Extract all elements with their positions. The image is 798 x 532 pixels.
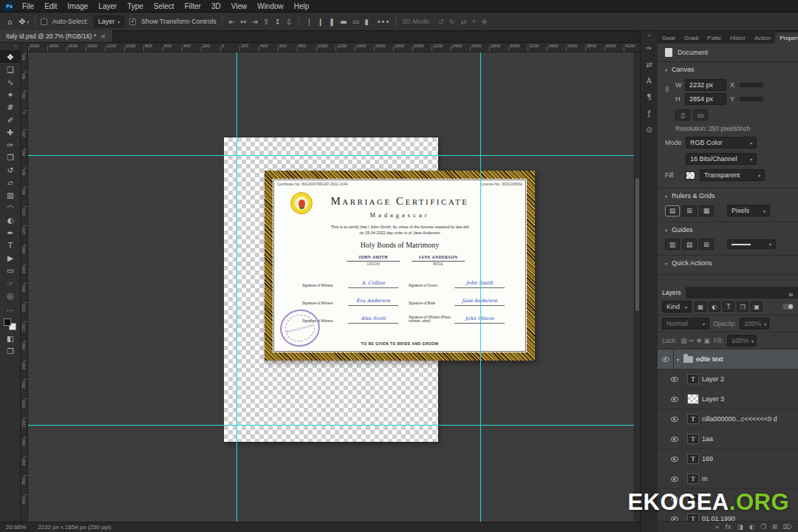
menu-item[interactable]: Select	[149, 2, 180, 10]
dodge-tool[interactable]: ◐	[0, 214, 21, 226]
distribute-center-v-icon[interactable]: ▭	[351, 18, 361, 26]
vertical-ruler[interactable]: 6004002000200400600800100012001400160018…	[21, 52, 28, 522]
document-tab[interactable]: Italy id.psd @ 20.7% (RGB/16) * ×	[0, 30, 113, 42]
filter-kind-dropdown[interactable]: Kind ▾	[662, 301, 692, 313]
edit-toolbar-icon[interactable]: …	[0, 301, 21, 314]
guide-horizontal[interactable]	[28, 155, 640, 156]
layer-row[interactable]: ▾ T Layer 3	[658, 389, 798, 409]
vertical-scrollbar[interactable]	[634, 52, 640, 522]
type-tool[interactable]: T	[0, 239, 21, 251]
brush-settings-panel-icon[interactable]: ✑	[641, 40, 658, 56]
quick-actions-header[interactable]: ▾ Quick Actions	[658, 256, 798, 270]
color-swatches[interactable]	[4, 318, 16, 330]
rectangle-tool[interactable]: ▭	[0, 264, 21, 276]
zoom-tool[interactable]: ◎	[0, 289, 21, 301]
panel-tab[interactable]: Action	[750, 33, 775, 44]
scrollbar-thumb[interactable]	[635, 178, 639, 311]
menu-item[interactable]: View	[226, 2, 253, 10]
clear-guides-icon[interactable]: ⊞	[699, 239, 714, 250]
foreground-color-swatch[interactable]	[4, 318, 11, 326]
clone-stamp-tool[interactable]: ❐	[0, 151, 21, 163]
lock-all-icon[interactable]: ▣	[704, 337, 710, 344]
align-right-icon[interactable]: ⇥	[250, 18, 259, 26]
more-options-icon[interactable]: •••	[375, 18, 392, 26]
layer-visibility-toggle[interactable]	[666, 469, 683, 488]
hand-tool[interactable]: ☞	[0, 276, 21, 289]
fill-field[interactable]: 100% ▾	[727, 335, 757, 347]
rulers-grids-header[interactable]: ▾ Rulers & Grids	[658, 188, 798, 203]
menu-item[interactable]: Window	[252, 2, 289, 10]
lock-position-icon[interactable]: ✥	[696, 337, 701, 344]
layer-visibility-toggle[interactable]	[666, 429, 683, 449]
distribute-right-icon[interactable]: ❚	[327, 18, 336, 26]
eyedropper-tool[interactable]: ✐	[0, 113, 21, 126]
guide-horizontal[interactable]	[28, 425, 640, 426]
canvas-section-header[interactable]: ▾ Canvas	[658, 62, 798, 77]
zoom-level[interactable]: 20.66%	[6, 524, 26, 531]
screen-mode-icon[interactable]: ❒	[0, 344, 21, 357]
ruler-icon[interactable]: ▤	[665, 205, 680, 216]
auto-select-target-dropdown[interactable]: Layer ▾	[94, 16, 125, 27]
menu-item[interactable]: Layer	[93, 2, 122, 10]
filter-adjustment-layers-icon[interactable]: ◐	[709, 301, 720, 312]
delete-layer-icon[interactable]: ⌦	[783, 523, 792, 531]
libraries-panel-icon[interactable]: ⇄	[641, 56, 658, 72]
height-field[interactable]: 2854 px	[685, 93, 726, 105]
certificate-image[interactable]: Certificate No. WA2004799GAT-2022-1144 L…	[265, 171, 535, 361]
crop-tool[interactable]: #	[0, 100, 21, 113]
adjustment-layer-icon[interactable]: ◐	[749, 523, 754, 531]
menu-item[interactable]: Filter	[180, 2, 206, 10]
panel-tab[interactable]: Gradi	[680, 33, 703, 44]
menu-item[interactable]: Help	[289, 2, 315, 10]
move-tool[interactable]: ✥	[0, 50, 21, 63]
brush-tool[interactable]: ✑	[0, 138, 21, 151]
show-transform-checkbox[interactable]: ✓	[129, 18, 136, 25]
filter-shape-layers-icon[interactable]: ❒	[737, 301, 748, 312]
guide-style-dropdown[interactable]: ▾	[727, 239, 776, 249]
distribute-center-h-icon[interactable]: ❙	[316, 18, 324, 26]
landscape-orientation-icon[interactable]: ▭	[693, 109, 708, 120]
group-expand-icon[interactable]: ▾	[677, 357, 679, 362]
ruler-corner[interactable]	[21, 43, 28, 52]
layer-row[interactable]: ▾ T m	[658, 469, 798, 489]
grid-snap-icon[interactable]: ▦	[699, 205, 714, 216]
pen-tool[interactable]: ✒	[0, 226, 21, 239]
width-field[interactable]: 2232 px	[685, 79, 726, 91]
clone-source-panel-icon[interactable]: ⊙	[641, 121, 658, 137]
panel-tab[interactable]: Patte	[703, 33, 726, 44]
align-center-v-icon[interactable]: ↕	[273, 18, 282, 26]
eraser-tool[interactable]: ▱	[0, 176, 21, 188]
gradient-tool[interactable]: ▥	[0, 188, 21, 201]
layers-tab[interactable]: Layers	[658, 287, 686, 299]
canvas-area[interactable]: Certificate No. WA2004799GAT-2022-1144 L…	[28, 52, 640, 522]
grid-icon[interactable]: ⊞	[682, 205, 697, 216]
menu-item[interactable]: File	[17, 2, 39, 10]
home-icon[interactable]: ⌂	[6, 18, 13, 26]
guides-header[interactable]: ▾ Guides	[658, 222, 798, 237]
lock-pixels-icon[interactable]: ✑	[689, 337, 694, 344]
filter-pixel-layers-icon[interactable]: ▦	[695, 301, 706, 312]
opacity-field[interactable]: 100% ▾	[740, 318, 769, 330]
layer-visibility-toggle[interactable]	[658, 349, 674, 369]
align-top-icon[interactable]: ⇧	[262, 18, 270, 26]
guide-vertical[interactable]	[236, 52, 237, 522]
lock-guides-icon[interactable]: ▤	[682, 239, 697, 250]
history-brush-tool[interactable]: ↺	[0, 163, 21, 176]
menu-item[interactable]: 3D	[206, 2, 226, 10]
distribute-top-icon[interactable]: ▬	[338, 18, 348, 26]
layer-row[interactable]: ▾ T 169	[658, 449, 798, 469]
layer-row[interactable]: ▾ T cilla000000...c<<<<<<0 d	[658, 409, 798, 429]
blend-mode-dropdown[interactable]: Normal ▾	[662, 318, 709, 330]
layer-visibility-toggle[interactable]	[666, 389, 683, 409]
new-layer-icon[interactable]: ⊞	[772, 523, 777, 531]
distribute-left-icon[interactable]: ❘	[304, 18, 313, 26]
panel-tab[interactable]: Swat	[658, 33, 680, 44]
menu-item[interactable]: Type	[122, 2, 149, 10]
guide-vertical[interactable]	[480, 52, 481, 522]
panel-tab[interactable]: Histor	[726, 33, 750, 44]
layer-row[interactable]: ▾ T edite text	[658, 349, 798, 369]
auto-select-checkbox[interactable]	[41, 18, 47, 25]
layer-effects-icon[interactable]: fx	[726, 523, 732, 531]
path-selection-tool[interactable]: ▶	[0, 251, 21, 264]
character-panel-icon[interactable]: A	[641, 72, 658, 89]
